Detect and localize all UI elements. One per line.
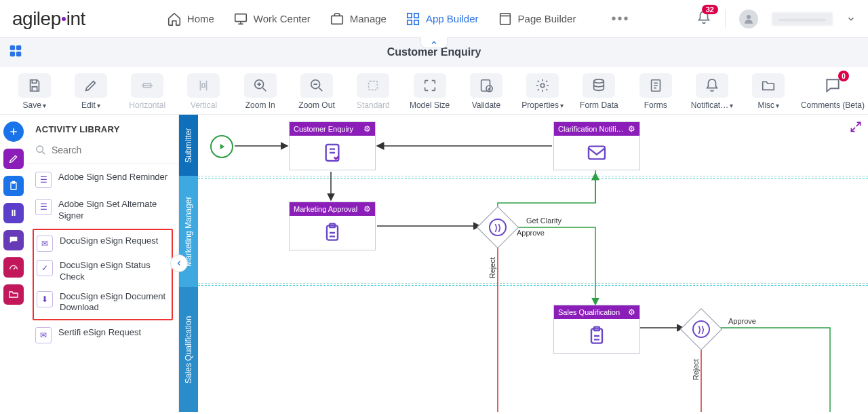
expand-canvas-button[interactable] (849, 120, 863, 136)
activity-icon: ☰ (35, 172, 52, 188)
align-horizontal-button[interactable]: Horizontal (123, 73, 172, 110)
activity-clarification[interactable]: Clarification Notifi…⚙ (553, 121, 640, 170)
activity-item-docusign-download[interactable]: ⬇DocuSign eSign Document Download (34, 287, 172, 318)
collapse-panel-button[interactable] (170, 255, 188, 272)
model-size-icon (422, 78, 437, 93)
svg-rect-11 (16, 52, 21, 56)
fit-icon (366, 78, 380, 93)
svg-point-23 (37, 146, 43, 152)
activity-icon: ✓ (37, 260, 53, 276)
analytics-tab[interactable] (3, 257, 24, 278)
text-tab[interactable]: II (3, 203, 24, 223)
bell-icon (705, 78, 719, 93)
svg-rect-8 (10, 45, 15, 50)
align-vertical-button[interactable]: Vertical (179, 73, 229, 110)
plus-icon (8, 126, 19, 137)
edge-label-approve2: Approve (728, 317, 756, 325)
chevron-up-icon (430, 39, 438, 47)
nav-items: Home Work Center Manage App Builder Page… (167, 11, 630, 26)
svg-rect-6 (500, 13, 510, 24)
gear-icon[interactable]: ⚙ (628, 124, 635, 134)
clipboard-icon (8, 181, 19, 191)
pencil-icon (8, 153, 19, 164)
main: II ACTIVITY LIBRARY ☰Adobe Sign Send Rem… (0, 115, 868, 412)
edit-button[interactable]: Edit▾ (66, 73, 115, 110)
search-input[interactable] (52, 145, 170, 155)
process-canvas[interactable]: Submitter Marketing Manager Sales Qualif… (179, 115, 868, 412)
notifications-button[interactable]: 32 (696, 10, 711, 27)
zoom-in-button[interactable]: Zoom In (235, 73, 285, 110)
svg-point-18 (540, 83, 545, 88)
model-size-button[interactable]: Model Size (405, 73, 454, 110)
properties-button[interactable]: Properties▾ (518, 73, 568, 110)
forms-button[interactable]: Forms (631, 73, 680, 110)
forms-icon (648, 78, 663, 93)
mini-sidebar: II (0, 115, 27, 412)
gateway-marketing[interactable]: ⟩⟩ (477, 206, 519, 248)
nav-home-label: Home (187, 13, 214, 24)
apps-grid-button[interactable] (8, 43, 23, 60)
notifications-badge: 32 (702, 5, 718, 14)
activity-item[interactable]: ☰Adobe Sign Set Alternate Signer (27, 193, 178, 227)
design-tab[interactable] (3, 149, 24, 169)
notifications-button-tool[interactable]: Notificat…▾ (687, 73, 736, 110)
zoom-out-button[interactable]: Zoom Out (292, 73, 341, 110)
activity-marketing-approval[interactable]: Marketing Approval⚙ (289, 202, 376, 250)
gear-icon[interactable]: ⚙ (363, 124, 371, 134)
svg-rect-33 (589, 147, 605, 159)
collapse-header-button[interactable] (420, 37, 448, 48)
username: ————— (772, 12, 833, 26)
save-button[interactable]: Save▾ (9, 73, 59, 110)
gateway-icon: ⟩⟩ (489, 219, 507, 236)
lane-sales-qualification[interactable]: Sales Qualification (179, 287, 198, 412)
clipboard-icon (586, 325, 608, 347)
start-node[interactable] (210, 135, 233, 158)
comments-badge: 0 (838, 71, 849, 81)
gateway-sales[interactable]: ⟩⟩ (680, 308, 722, 350)
nav-more-icon[interactable]: ••• (611, 11, 629, 26)
gear-icon[interactable]: ⚙ (628, 307, 635, 317)
avatar[interactable] (739, 10, 758, 29)
svg-rect-1 (332, 16, 343, 24)
activity-customer-enquiry[interactable]: Customer Enquiry⚙ (289, 121, 376, 170)
svg-point-7 (747, 15, 751, 19)
activity-item-docusign-request[interactable]: ✉DocuSign eSign Request (34, 231, 172, 256)
nav-manage-label: Manage (350, 13, 387, 24)
nav-work-center[interactable]: Work Center (233, 12, 311, 26)
nav-work-center-label: Work Center (254, 13, 311, 24)
edit-icon (83, 78, 98, 93)
activity-icon: ☰ (35, 199, 52, 215)
activity-sales-qualification[interactable]: Sales Qualification⚙ (553, 305, 640, 354)
nav-home[interactable]: Home (167, 12, 214, 26)
chat-tab[interactable] (3, 230, 24, 250)
form-data-button[interactable]: Form Data (574, 73, 624, 110)
svg-rect-9 (16, 45, 21, 50)
nav-right: 32 ————— (696, 10, 856, 29)
validate-button[interactable]: Validate (461, 73, 511, 110)
activity-search[interactable] (27, 141, 178, 164)
nav-page-builder[interactable]: Page Builder (498, 12, 576, 26)
files-tab[interactable] (3, 284, 24, 305)
nav-manage[interactable]: Manage (330, 12, 387, 26)
svg-rect-3 (414, 13, 418, 17)
briefcase-icon (330, 12, 344, 26)
zoom-standard-button[interactable]: Standard (349, 73, 398, 110)
add-button[interactable] (3, 121, 24, 142)
activity-icon: ⬇ (37, 291, 53, 307)
chevron-down-icon[interactable] (846, 14, 856, 24)
lane-submitter[interactable]: Submitter (179, 115, 198, 176)
gear-icon (535, 78, 550, 93)
activity-list[interactable]: ☰Adobe Sign Send Reminder ☰Adobe Sign Se… (27, 164, 178, 412)
folder-icon (761, 78, 776, 93)
activity-item-docusign-status[interactable]: ✓DocuSign eSign Status Check (34, 256, 172, 287)
chat-icon (8, 235, 19, 246)
save-icon (27, 78, 42, 93)
clipboard-tab[interactable] (3, 176, 24, 196)
nav-app-builder[interactable]: App Builder (406, 12, 479, 26)
title-bar: Customer Enquiry (0, 38, 868, 67)
activity-item[interactable]: ✉Sertifi eSign Request (27, 322, 178, 349)
comments-button[interactable]: 0 Comments (Beta) (807, 73, 859, 110)
activity-item[interactable]: ☰Adobe Sign Send Reminder (27, 166, 178, 193)
gear-icon[interactable]: ⚙ (363, 204, 371, 214)
misc-button[interactable]: Misc▾ (744, 73, 793, 110)
